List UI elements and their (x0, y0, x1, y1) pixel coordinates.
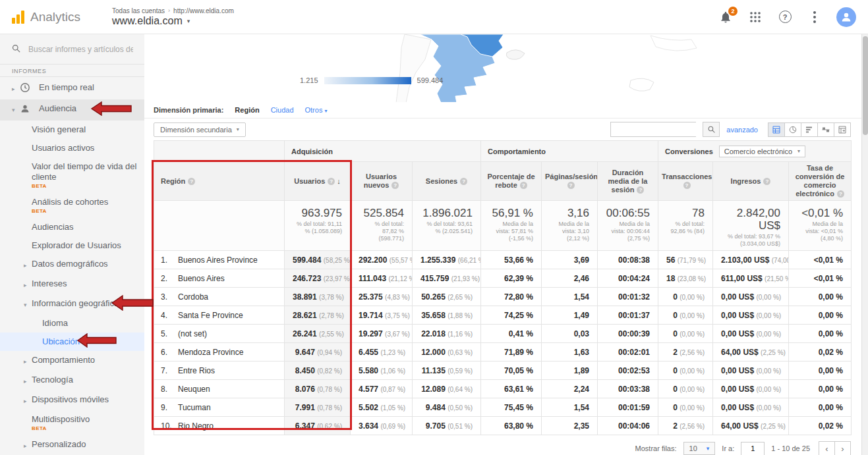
cell-usuarios-nuevos: 3.634 (0,69 %) (351, 417, 413, 435)
col-header-rebote[interactable]: Porcentaje de rebote? (481, 162, 542, 201)
avatar[interactable] (836, 7, 856, 27)
col-header-paginas-sesion[interactable]: Páginas/sesión? (542, 162, 598, 201)
table-row: 7.Entre Rios 8.450 (0,82 %) 5.580 (1,06 … (154, 361, 852, 380)
cell-rebote: 74,25 % (481, 306, 542, 325)
col-header-ingresos[interactable]: Ingresos? (713, 162, 789, 201)
notifications-bell-icon[interactable]: 2 (718, 9, 734, 25)
dimension-region[interactable]: Región (235, 106, 259, 114)
region-name[interactable]: Santa Fe Province (178, 311, 243, 320)
comparison-view-icon[interactable] (817, 122, 834, 137)
table-row: 8.Neuquen 8.076 (0,78 %) 4.577 (0,87 %) … (154, 380, 852, 398)
expand-down-icon[interactable]: ▾ (12, 105, 20, 115)
expand-down-icon[interactable]: ▾ (24, 300, 32, 310)
cell-rebote: 75,45 % (481, 398, 542, 417)
col-header-sesiones[interactable]: Sesiones? (413, 162, 481, 201)
col-header-usuarios[interactable]: Usuarios?↓ (285, 162, 351, 201)
table-search-button[interactable] (703, 122, 720, 137)
search-input[interactable] (28, 45, 133, 54)
account-selector[interactable]: www.eldia.com ▾ (112, 15, 234, 27)
sidebar-item-usuarios-activos[interactable]: Usuarios activos (0, 139, 144, 157)
expand-right-icon[interactable]: ▸ (24, 356, 32, 367)
col-header-usuarios-nuevos[interactable]: Usuarios nuevos? (351, 162, 413, 201)
sidebar-search[interactable] (0, 34, 144, 65)
table-search-input[interactable] (610, 122, 696, 137)
sidebar-item-analisis-cohortes[interactable]: Análisis de cohortesBETA (0, 193, 144, 218)
expand-right-icon[interactable]: ▸ (24, 376, 32, 387)
sidebar-item-dispositivos-moviles[interactable]: ▸ Dispositivos móviles (0, 390, 144, 410)
expand-right-icon[interactable]: ▸ (24, 396, 32, 406)
help-icon[interactable]: ? (777, 9, 793, 25)
region-name[interactable]: Buenos Aires Province (178, 255, 258, 265)
column-header-row: Región? Usuarios?↓ Usuarios nuevos? Sesi… (154, 162, 852, 201)
sidebar-item-ubicacion[interactable]: Ubicación (0, 333, 144, 351)
expand-right-icon[interactable]: ▸ (24, 441, 32, 451)
col-header-region[interactable]: Región? (154, 162, 285, 201)
cell-paginas: 0,03 (542, 325, 598, 343)
next-page-button[interactable]: › (834, 441, 851, 455)
help-icon[interactable]: ? (567, 182, 575, 189)
region-name[interactable]: Cordoba (178, 292, 208, 302)
sidebar-item-datos-demograficos[interactable]: ▸ Datos demográficos (0, 255, 144, 275)
sidebar-item-vision-general[interactable]: Visión general (0, 120, 144, 139)
region-name[interactable]: Entre Rios (178, 366, 215, 375)
expand-right-icon[interactable]: ▸ (24, 260, 32, 271)
help-icon[interactable]: ? (837, 190, 844, 198)
help-icon[interactable]: ? (328, 178, 335, 185)
row-rank: 2. (161, 274, 178, 283)
breadcrumb[interactable]: Todas las cuentas › http://www.eldia.com (112, 7, 234, 14)
region-name[interactable]: Buenos Aires (178, 274, 225, 283)
help-icon[interactable]: ? (637, 186, 644, 194)
pivot-view-icon[interactable] (834, 122, 851, 137)
cell-usuarios-nuevos: 19.714 (3,75 %) (351, 306, 413, 325)
sidebar-item-informacion-geografica[interactable]: ▾ Información geográfica (0, 294, 144, 314)
table-view-icon[interactable] (768, 122, 785, 137)
region-name[interactable]: Neuquen (178, 385, 210, 394)
advanced-link[interactable]: avanzado (726, 126, 758, 134)
region-name[interactable]: (not set) (178, 329, 207, 338)
expand-right-icon[interactable]: ▸ (12, 84, 20, 94)
sidebar-item-comportamiento[interactable]: ▸ Comportamiento (0, 351, 144, 371)
region-name[interactable]: Mendoza Province (178, 348, 243, 357)
goto-page-input[interactable] (741, 442, 765, 455)
help-icon[interactable]: ? (391, 182, 399, 189)
col-header-transacciones[interactable]: Transacciones? (658, 162, 713, 201)
secondary-dimension-button[interactable]: Dimensión secundaria ▾ (154, 122, 246, 137)
rows-per-page-select[interactable]: 10 ▾ (683, 442, 716, 455)
performance-view-icon[interactable] (801, 122, 818, 137)
help-icon[interactable]: ? (188, 178, 195, 185)
more-menu-icon[interactable] (807, 9, 823, 25)
sidebar-item-explorador-usuarios[interactable]: Explorador de Usuarios (0, 236, 144, 255)
help-icon[interactable]: ? (683, 182, 691, 189)
breadcrumb-property[interactable]: http://www.eldia.com (173, 7, 234, 14)
sidebar-item-idioma[interactable]: Idioma (0, 314, 144, 333)
dimension-otros[interactable]: Otros ▾ (305, 106, 328, 114)
sidebar-item-intereses[interactable]: ▸ Intereses (0, 275, 144, 294)
sidebar-item-personalizado[interactable]: ▸ Personalizado (0, 435, 144, 455)
geo-map[interactable]: 1.215 599.484 (144, 34, 868, 102)
sidebar-item-en-tiempo-real[interactable]: ▸ En tiempo real (0, 78, 144, 99)
sidebar-item-audiencias[interactable]: Audiencias (0, 218, 144, 236)
help-icon[interactable]: ? (763, 178, 770, 185)
dimension-ciudad[interactable]: Ciudad (271, 106, 294, 114)
expand-right-icon[interactable]: ▸ (24, 280, 32, 290)
prev-page-button[interactable]: ‹ (819, 441, 835, 455)
breadcrumb-root[interactable]: Todas las cuentas (112, 7, 165, 14)
sidebar-item-multidispositivo[interactable]: MultidispositivoBETA (0, 410, 144, 435)
region-name[interactable]: Tucuman (178, 403, 211, 412)
col-header-tasa-conversion[interactable]: Tasa de conversión de comercio electróni… (789, 162, 852, 201)
scrollbar-thumb[interactable] (863, 36, 868, 135)
help-icon[interactable]: ? (460, 178, 467, 185)
apps-grid-icon[interactable] (747, 9, 763, 25)
sidebar-item-tecnologia[interactable]: ▸ Tecnología (0, 371, 144, 390)
cell-sesiones: 1.255.339 (66,21 %) (413, 251, 481, 269)
sidebar-item-valor-tiempo-vida[interactable]: Valor del tiempo de vida del clienteBETA (0, 157, 144, 193)
conversion-type-selector[interactable]: Comercio electrónico ▾ (719, 146, 805, 157)
col-header-duracion[interactable]: Duración media de la sesión? (598, 162, 658, 201)
sidebar-item-audiencia[interactable]: ▾ Audiencia (0, 99, 144, 120)
percentage-view-icon[interactable] (784, 122, 801, 137)
cell-region: 7.Entre Rios (154, 361, 285, 380)
region-name[interactable]: Rio Negro (178, 421, 214, 431)
help-icon[interactable]: ? (520, 182, 527, 189)
vertical-scrollbar[interactable] (861, 34, 868, 455)
analytics-logo-icon[interactable] (12, 11, 24, 24)
